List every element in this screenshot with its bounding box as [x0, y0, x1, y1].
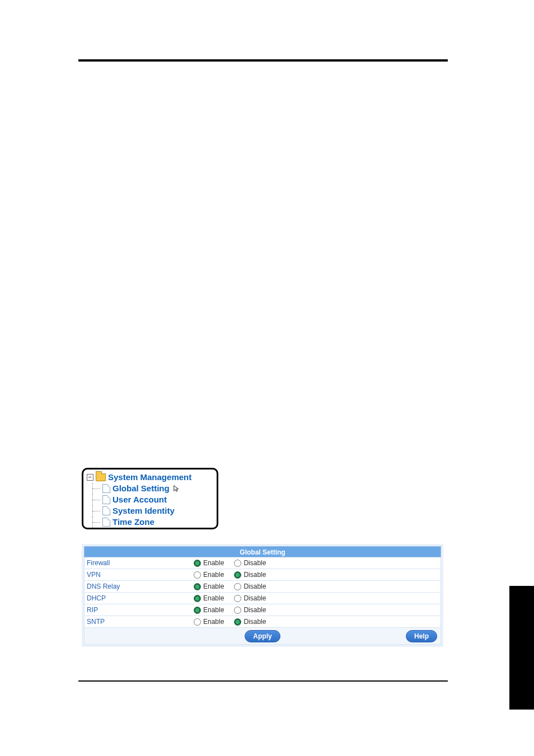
disable-text: Disable — [243, 559, 266, 567]
page-icon — [102, 484, 110, 493]
tree-item-label: User Account — [113, 495, 167, 505]
folder-icon — [96, 473, 106, 481]
tree-root-label: System Management — [108, 472, 191, 482]
disable-text: Disable — [243, 618, 266, 626]
setting-label: Firewall — [85, 559, 194, 567]
tree-item[interactable]: Global Setting — [87, 483, 213, 494]
panel-actions: Apply Help — [84, 628, 441, 645]
apply-button[interactable]: Apply — [245, 630, 280, 642]
setting-row: RIPEnableDisable — [84, 604, 441, 616]
disable-text: Disable — [243, 594, 266, 602]
tree-item-label: Global Setting — [113, 483, 170, 494]
disable-text: Disable — [243, 606, 266, 614]
page-top-rule — [78, 59, 448, 62]
enable-text: Enable — [203, 571, 224, 579]
disable-radio[interactable] — [234, 560, 241, 567]
setting-row: DHCPEnableDisable — [84, 593, 441, 604]
disable-radio[interactable] — [234, 595, 241, 602]
page-bottom-rule — [78, 680, 448, 682]
enable-text: Enable — [203, 618, 224, 626]
disable-radio[interactable] — [234, 607, 241, 614]
page-icon — [102, 495, 110, 504]
disable-option[interactable]: Disable — [234, 594, 276, 602]
setting-row: SNTPEnableDisable — [84, 616, 441, 628]
tree-item[interactable]: System Identity — [87, 505, 213, 516]
enable-radio[interactable] — [194, 560, 201, 567]
enable-text: Enable — [203, 559, 224, 567]
setting-label: VPN — [85, 571, 194, 579]
tree-item-label: System Identity — [113, 506, 175, 516]
disable-radio[interactable] — [234, 618, 241, 626]
side-tab — [509, 586, 534, 710]
setting-label: DHCP — [85, 594, 194, 602]
enable-radio[interactable] — [194, 607, 201, 614]
disable-option[interactable]: Disable — [234, 571, 276, 579]
enable-text: Enable — [203, 583, 224, 590]
disable-option[interactable]: Disable — [234, 618, 276, 626]
page-icon — [102, 506, 110, 515]
disable-option[interactable]: Disable — [234, 583, 276, 590]
enable-radio[interactable] — [194, 583, 201, 590]
tree-item[interactable]: User Account — [87, 494, 213, 505]
enable-option[interactable]: Enable — [194, 559, 234, 567]
disable-option[interactable]: Disable — [234, 606, 276, 614]
page-icon — [102, 518, 110, 527]
setting-row: FirewallEnableDisable — [84, 557, 441, 569]
enable-radio[interactable] — [194, 595, 201, 602]
enable-text: Enable — [203, 606, 224, 614]
collapse-icon[interactable]: − — [87, 474, 93, 481]
enable-option[interactable]: Enable — [194, 594, 234, 602]
tree-item[interactable]: Time Zone — [87, 516, 213, 528]
enable-option[interactable]: Enable — [194, 583, 234, 590]
nav-tree: − System Management Global SettingUser A… — [82, 468, 218, 529]
disable-text: Disable — [243, 583, 266, 590]
disable-text: Disable — [243, 571, 266, 579]
enable-text: Enable — [203, 594, 224, 602]
disable-radio[interactable] — [234, 583, 241, 590]
tree-root[interactable]: − System Management — [87, 472, 213, 483]
enable-radio[interactable] — [194, 571, 201, 579]
setting-row: VPNEnableDisable — [84, 569, 441, 581]
setting-label: SNTP — [85, 618, 194, 626]
enable-option[interactable]: Enable — [194, 618, 234, 626]
setting-row: DNS RelayEnableDisable — [84, 581, 441, 593]
setting-label: RIP — [85, 606, 194, 614]
help-button[interactable]: Help — [406, 630, 437, 642]
cursor-icon — [173, 485, 181, 492]
panel-header: Global Setting — [84, 546, 441, 557]
enable-option[interactable]: Enable — [194, 571, 234, 579]
enable-option[interactable]: Enable — [194, 606, 234, 614]
disable-radio[interactable] — [234, 571, 241, 579]
tree-item-label: Time Zone — [113, 517, 154, 527]
disable-option[interactable]: Disable — [234, 559, 276, 567]
global-setting-panel: Global Setting FirewallEnableDisableVPNE… — [82, 544, 443, 647]
enable-radio[interactable] — [194, 618, 201, 626]
setting-label: DNS Relay — [85, 583, 194, 590]
